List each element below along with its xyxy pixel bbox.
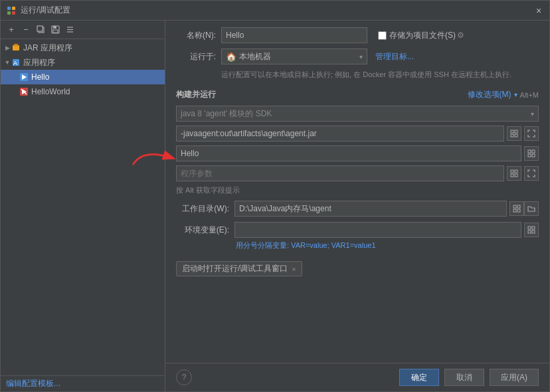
- modify-options-arrow-icon: ▾: [514, 91, 517, 98]
- svg-rect-0: [7, 7, 11, 10]
- svg-rect-26: [532, 150, 535, 153]
- svg-rect-37: [528, 227, 531, 229]
- svg-rect-34: [517, 205, 520, 208]
- svg-rect-39: [528, 231, 531, 233]
- main-content: + −: [1, 21, 549, 391]
- svg-rect-36: [517, 209, 520, 212]
- svg-rect-2: [7, 11, 11, 15]
- run-on-chevron-icon: ▾: [359, 53, 363, 60]
- svg-rect-38: [532, 227, 535, 229]
- javaagent-input[interactable]: [176, 126, 504, 142]
- work-dir-row: 工作目录(W):: [176, 201, 539, 217]
- svg-rect-25: [528, 150, 531, 153]
- sdk-placeholder-text: java 8 'agent' 模块的 SDK: [181, 108, 272, 120]
- hello-run-icon: [19, 72, 29, 82]
- env-note-text: 用分号分隔变量: VAR=value; VAR1=value1: [236, 241, 539, 250]
- settings-gear-icon[interactable]: ⚙: [457, 31, 464, 40]
- dialog-title: 运行/调试配置: [21, 5, 533, 16]
- jar-icon: [11, 43, 21, 52]
- work-dir-label: 工作目录(W):: [176, 203, 229, 215]
- add-config-button[interactable]: +: [5, 23, 18, 37]
- run-on-info-text: 运行配置可以在本地或目标上执行; 例如, 在 Docker 容器中或使用 SSH…: [221, 70, 539, 80]
- right-panel: 名称(N): 存储为项目文件(S) ⚙ 运行于: 🏠 本地机器: [165, 21, 549, 363]
- javaagent-row: [176, 126, 539, 142]
- helloworld-item-label: HelloWorld: [31, 87, 70, 96]
- modify-options-link[interactable]: 修改选项(M): [468, 89, 511, 100]
- work-dir-input[interactable]: [234, 201, 507, 217]
- edit-template-link[interactable]: 编辑配置模板...: [6, 378, 60, 389]
- svg-rect-30: [515, 170, 517, 173]
- tags-row: 启动时打开运行/调试工具窗口 ×: [176, 261, 539, 276]
- work-dir-expand-icon[interactable]: [509, 201, 524, 216]
- name-label: 名称(N):: [176, 30, 216, 41]
- config-tree: ▶ JAR 应用程序 ▼ A: [1, 39, 165, 375]
- build-run-title: 构建并运行: [176, 89, 216, 100]
- sdk-chevron-icon: ▾: [531, 110, 534, 118]
- svg-rect-23: [511, 134, 513, 137]
- javaagent-expand-icon[interactable]: [507, 126, 521, 141]
- hint-text: 按 Alt 获取字段提示: [176, 185, 539, 195]
- apply-button[interactable]: 应用(A): [490, 369, 539, 386]
- tag-label: 启动时打开运行/调试工具窗口: [182, 263, 288, 274]
- main-class-row: [176, 146, 539, 161]
- modify-options-area: 修改选项(M) ▾ Alt+M: [468, 89, 539, 100]
- copy-config-button[interactable]: [34, 23, 47, 37]
- app-icon: A: [11, 58, 21, 67]
- save-to-project-checkbox[interactable]: [378, 31, 387, 40]
- left-panel: + −: [1, 21, 165, 391]
- work-dir-browse-icon[interactable]: [524, 201, 539, 216]
- tree-hello-item[interactable]: Hello: [1, 70, 165, 84]
- svg-rect-22: [515, 130, 517, 133]
- name-row: 名称(N): 存储为项目文件(S) ⚙: [176, 27, 539, 43]
- svg-rect-40: [532, 231, 535, 233]
- title-bar: 运行/调试配置 ×: [1, 1, 549, 21]
- dialog-icon: [6, 5, 17, 16]
- svg-rect-21: [511, 130, 513, 133]
- save-to-project-label[interactable]: 存储为项目文件(S): [378, 30, 456, 41]
- run-on-select-inner: 🏠 本地机器: [226, 51, 271, 62]
- svg-rect-28: [532, 154, 535, 157]
- env-vars-expand-icon[interactable]: [524, 223, 539, 237]
- left-toolbar: + −: [1, 21, 165, 39]
- close-button[interactable]: ×: [533, 5, 544, 16]
- save-config-button[interactable]: [48, 23, 62, 37]
- right-panel-wrap: 名称(N): 存储为项目文件(S) ⚙ 运行于: 🏠 本地机器: [165, 21, 549, 391]
- main-class-expand-icon[interactable]: [524, 146, 539, 161]
- tree-jar-section[interactable]: ▶ JAR 应用程序: [1, 41, 165, 55]
- help-button[interactable]: ?: [176, 369, 192, 385]
- program-args-fullscreen-icon[interactable]: [524, 166, 539, 181]
- env-vars-input[interactable]: [234, 222, 521, 238]
- svg-rect-1: [12, 7, 15, 10]
- javaagent-fullscreen-icon[interactable]: [524, 126, 539, 141]
- name-input[interactable]: [221, 27, 367, 43]
- ok-button[interactable]: 确定: [399, 369, 439, 386]
- svg-rect-27: [528, 154, 531, 157]
- run-on-select[interactable]: 🏠 本地机器 ▾: [221, 49, 367, 64]
- local-machine-icon: 🏠: [226, 52, 236, 62]
- svg-rect-33: [513, 205, 516, 208]
- build-run-header: 构建并运行 修改选项(M) ▾ Alt+M: [176, 89, 539, 100]
- modify-options-shortcut: Alt+M: [520, 91, 539, 99]
- bottom-bar: ? 确定 取消 应用(A): [165, 363, 549, 391]
- remove-config-button[interactable]: −: [19, 23, 33, 37]
- tag-close-button[interactable]: ×: [292, 265, 296, 273]
- program-args-input[interactable]: [176, 165, 504, 181]
- main-class-input[interactable]: [176, 146, 521, 161]
- sort-config-button[interactable]: [63, 23, 76, 37]
- cancel-button[interactable]: 取消: [444, 369, 484, 386]
- manage-targets-link[interactable]: 管理目标...: [375, 51, 414, 62]
- tree-app-section[interactable]: ▼ A 应用程序: [1, 55, 165, 70]
- svg-text:A: A: [13, 60, 17, 66]
- tree-helloworld-item[interactable]: HelloWorld: [1, 84, 165, 99]
- sdk-select[interactable]: java 8 'agent' 模块的 SDK ▾: [176, 106, 539, 122]
- program-args-expand-icon[interactable]: [507, 166, 521, 181]
- program-args-row: [176, 165, 539, 181]
- jar-arrow-icon: ▶: [3, 44, 11, 52]
- left-footer: 编辑配置模板...: [1, 375, 165, 391]
- app-section-label: 应用程序: [23, 57, 55, 68]
- svg-rect-7: [53, 26, 56, 29]
- run-on-label: 运行于:: [176, 51, 216, 62]
- run-on-row: 运行于: 🏠 本地机器 ▾ 管理目标...: [176, 49, 539, 64]
- helloworld-icon: [19, 87, 29, 96]
- app-arrow-icon: ▼: [3, 58, 11, 66]
